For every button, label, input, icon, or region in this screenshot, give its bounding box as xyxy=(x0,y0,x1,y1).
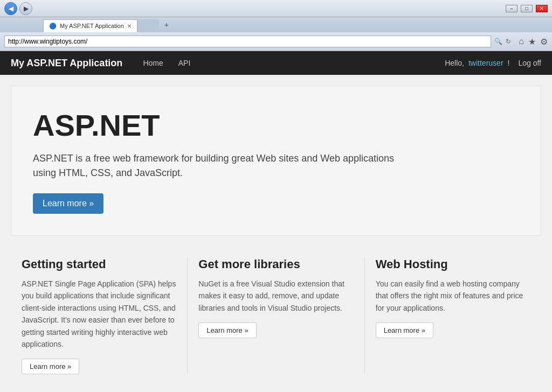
new-tab-button[interactable]: + xyxy=(161,19,172,30)
window-controls: − □ ✕ xyxy=(506,5,548,12)
search-icon: 🔍 xyxy=(494,38,502,45)
empty-tab[interactable] xyxy=(137,19,159,32)
card-getting-started-title: Getting started xyxy=(22,257,176,271)
page-content: My ASP.NET Application Home API Hello, t… xyxy=(0,51,552,392)
card-getting-started: Getting started ASP.NET Single Page Appl… xyxy=(11,257,188,374)
title-bar: ◀ ▶ − □ ✕ xyxy=(0,0,552,17)
tab-close-button[interactable]: ✕ xyxy=(127,23,132,29)
refresh-icon[interactable]: ↻ xyxy=(506,38,511,45)
minimize-button[interactable]: − xyxy=(506,5,518,12)
browser-chrome: ◀ ▶ − □ ✕ 🔵 My ASP.NET Application ✕ + 🔍… xyxy=(0,0,552,51)
home-icon[interactable]: ⌂ xyxy=(519,37,524,47)
tab-favicon: 🔵 xyxy=(49,23,57,30)
settings-icon[interactable]: ⚙ xyxy=(540,37,548,47)
card-libraries-title: Get more libraries xyxy=(198,257,353,271)
url-input[interactable] xyxy=(4,36,491,47)
card-hosting-button[interactable]: Learn more » xyxy=(376,323,433,338)
hero-title: ASP.NET xyxy=(33,108,519,143)
username[interactable]: twitteruser xyxy=(468,59,503,67)
card-get-more-libraries: Get more libraries NuGet is a free Visua… xyxy=(188,257,364,374)
navbar-nav: Home API xyxy=(135,51,198,75)
card-getting-started-button[interactable]: Learn more » xyxy=(22,359,79,374)
address-bar: 🔍 ↻ ⌂ ★ ⚙ xyxy=(0,32,552,51)
navbar: My ASP.NET Application Home API Hello, t… xyxy=(0,51,552,75)
restore-button[interactable]: □ xyxy=(521,5,533,12)
card-libraries-text: NuGet is a free Visual Studio extension … xyxy=(198,278,353,314)
username-suffix: ! xyxy=(508,59,510,67)
cards-section: Getting started ASP.NET Single Page Appl… xyxy=(0,247,552,385)
favorites-icon[interactable]: ★ xyxy=(528,37,536,47)
card-libraries-button[interactable]: Learn more » xyxy=(198,323,256,338)
navbar-brand[interactable]: My ASP.NET Application xyxy=(11,58,122,69)
title-bar-left: ◀ ▶ xyxy=(4,2,32,15)
hero-learn-more-button[interactable]: Learn more » xyxy=(33,193,104,214)
card-getting-started-text: ASP.NET Single Page Application (SPA) he… xyxy=(22,278,176,350)
logoff-link[interactable]: Log off xyxy=(518,59,541,67)
nav-api[interactable]: API xyxy=(171,51,198,75)
tab-label: My ASP.NET Application xyxy=(60,23,124,29)
active-tab[interactable]: 🔵 My ASP.NET Application ✕ xyxy=(43,19,137,32)
card-hosting-text: You can easily find a web hosting compan… xyxy=(376,278,530,314)
toolbar-icons: ⌂ ★ ⚙ xyxy=(519,37,548,47)
tab-bar: 🔵 My ASP.NET Application ✕ + xyxy=(0,17,552,32)
hero-section: ASP.NET ASP.NET is a free web framework … xyxy=(11,86,541,236)
back-button[interactable]: ◀ xyxy=(4,2,17,15)
hello-text: Hello, xyxy=(445,59,464,67)
close-button[interactable]: ✕ xyxy=(536,5,548,12)
hero-description: ASP.NET is a free web framework for buil… xyxy=(33,151,410,180)
nav-home[interactable]: Home xyxy=(135,51,170,75)
card-web-hosting: Web Hosting You can easily find a web ho… xyxy=(365,257,541,374)
navbar-right: Hello, twitteruser ! Log off xyxy=(445,59,541,67)
card-hosting-title: Web Hosting xyxy=(376,257,530,271)
forward-button[interactable]: ▶ xyxy=(19,2,32,15)
